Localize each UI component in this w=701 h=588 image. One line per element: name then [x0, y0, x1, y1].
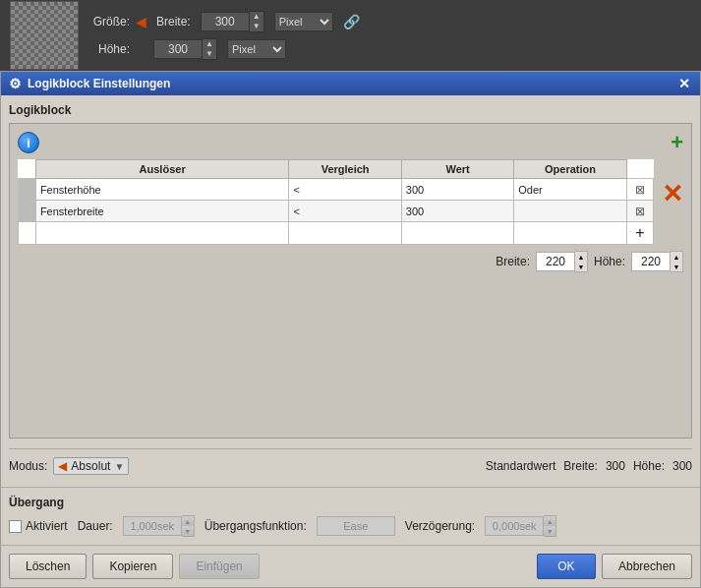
- modus-dropdown-icon: ▼: [114, 461, 124, 472]
- verzoegerung-group: ▲ ▼: [485, 515, 556, 537]
- verzoegerung-input: [485, 516, 544, 536]
- vergleich-cell-2[interactable]: <: [289, 201, 401, 222]
- close-cell-2[interactable]: ⊠: [626, 201, 653, 222]
- dialog-content: Logikblock i + Auslöser Vergleich Wert O…: [1, 95, 700, 487]
- table-container: Auslöser Vergleich Wert Operation Fenste…: [18, 159, 683, 245]
- abbrechen-button[interactable]: Abbrechen: [602, 554, 692, 579]
- aktiviert-wrap: Aktiviert: [9, 519, 68, 533]
- add-condition-icon[interactable]: +: [671, 132, 683, 153]
- size-controls: Größe: ◀ Breite: ▲ ▼ Pixel Prozent 🔗 Höh…: [90, 11, 360, 60]
- hoehe-input[interactable]: [153, 39, 203, 59]
- hoehe-up[interactable]: ▲: [203, 39, 216, 49]
- link-icon-left: ◀: [136, 14, 146, 29]
- dialog-title-text: Logikblock Einstellungen: [28, 77, 170, 90]
- dauer-down: ▼: [182, 526, 194, 536]
- section-label: Logikblock: [9, 103, 692, 117]
- operation-cell-1[interactable]: Oder: [514, 179, 626, 201]
- modus-label: Modus:: [9, 459, 47, 473]
- add-row-wert: [401, 222, 513, 245]
- dauer-group: ▲ ▼: [123, 515, 195, 537]
- close-icon-1[interactable]: ⊠: [635, 183, 645, 197]
- dialog-close-button[interactable]: ✕: [676, 76, 692, 91]
- breite-up[interactable]: ▲: [250, 12, 263, 22]
- uebergangsfunktion-label: Übergangsfunktion:: [204, 519, 307, 533]
- table-row: Fensterhöhe < 300 Oder ⊠: [19, 179, 654, 201]
- wert-cell-2[interactable]: 300: [401, 201, 513, 222]
- standardwert-label: Standardwert: [486, 459, 555, 473]
- bottom-breite-group: ▲ ▼: [536, 251, 588, 272]
- wert-cell-1[interactable]: 300: [401, 179, 513, 201]
- add-row-vergleich: [289, 222, 401, 245]
- hoehe-spinner: ▲ ▼: [203, 38, 217, 60]
- hoehe-label-top: Höhe:: [90, 42, 130, 56]
- bottom-breite-input[interactable]: [536, 252, 575, 271]
- breite-unit-select[interactable]: Pixel Prozent: [274, 12, 333, 31]
- add-row-btn[interactable]: +: [626, 222, 653, 245]
- dauer-spinner: ▲ ▼: [182, 515, 195, 537]
- vergleich-header: Vergleich: [289, 160, 401, 179]
- standardwert-breite-value: 300: [606, 459, 625, 473]
- conditions-table: Auslöser Vergleich Wert Operation Fenste…: [18, 159, 654, 245]
- vergleich-cell-1[interactable]: <: [289, 179, 401, 201]
- ausloeser-cell-1[interactable]: Fensterhöhe: [35, 179, 289, 201]
- verz-up: ▲: [544, 516, 555, 526]
- standardwert-hoehe-label: Höhe:: [633, 459, 665, 473]
- operation-cell-2[interactable]: [514, 201, 626, 222]
- einfuegen-button: Einfügen: [179, 554, 259, 579]
- breite-input-group: ▲ ▼: [201, 11, 264, 32]
- add-row-ausloeser: [35, 222, 289, 245]
- aktiviert-checkbox[interactable]: [9, 520, 22, 533]
- close-cell-1[interactable]: ⊠: [626, 179, 653, 201]
- ausloeser-header: Auslöser: [35, 160, 289, 179]
- modus-value: Absolut: [71, 459, 110, 473]
- info-icon: i: [18, 132, 39, 153]
- top-bar: Größe: ◀ Breite: ▲ ▼ Pixel Prozent 🔗 Höh…: [0, 0, 701, 71]
- row-handle-1: [19, 179, 36, 201]
- dialog-title: ⚙ Logikblock Einstellungen: [9, 76, 170, 91]
- breite-input[interactable]: [201, 12, 250, 31]
- standardwert-breite-label: Breite:: [563, 459, 598, 473]
- footer-row: Löschen Kopieren Einfügen OK Abbrechen: [1, 545, 700, 587]
- hoehe-row: Höhe: ▲ ▼ Pixel Prozent: [90, 38, 360, 60]
- dauer-up: ▲: [182, 516, 194, 526]
- uebergang-label: Übergang: [9, 496, 692, 509]
- bottom-size-row: Breite: ▲ ▼ Höhe: ▲ ▼: [18, 251, 683, 272]
- modus-select[interactable]: ◀ Absolut ▼: [53, 457, 129, 475]
- hoehe-down[interactable]: ▼: [203, 49, 216, 59]
- modus-arrow-icon: ◀: [58, 459, 67, 473]
- bottom-breite-up[interactable]: ▲: [575, 252, 587, 262]
- loeschen-button[interactable]: Löschen: [9, 554, 87, 579]
- add-row: +: [19, 222, 654, 245]
- chain-icon: 🔗: [343, 14, 360, 29]
- bottom-hoehe-up[interactable]: ▲: [671, 252, 682, 262]
- kopieren-button[interactable]: Kopieren: [92, 554, 173, 579]
- modus-row: Modus: ◀ Absolut ▼ Standardwert Breite: …: [9, 453, 692, 479]
- hoehe-unit-select[interactable]: Pixel Prozent: [227, 39, 286, 59]
- hoehe-input-group: ▲ ▼: [153, 38, 217, 60]
- ok-button[interactable]: OK: [537, 554, 596, 579]
- separator-1: [9, 448, 692, 449]
- dialog-title-icon: ⚙: [9, 76, 22, 91]
- ease-input: [317, 516, 395, 536]
- canvas-preview: [10, 1, 79, 70]
- add-row-handle: [19, 222, 36, 245]
- uebergang-section: Übergang Aktiviert Dauer: ▲ ▼ Übergangsf…: [1, 487, 700, 545]
- bottom-hoehe-input[interactable]: [631, 252, 671, 271]
- close-icon-2[interactable]: ⊠: [635, 205, 645, 218]
- breite-label: Breite:: [156, 15, 191, 29]
- delete-all-icon[interactable]: ✕: [662, 179, 683, 209]
- bottom-hoehe-group: ▲ ▼: [631, 251, 683, 272]
- standardwert-group: Standardwert Breite: 300 Höhe: 300: [486, 459, 692, 473]
- add-row-operation: [514, 222, 626, 245]
- standardwert-hoehe-value: 300: [672, 459, 692, 473]
- bottom-hoehe-down[interactable]: ▼: [671, 262, 682, 271]
- breite-down[interactable]: ▼: [250, 22, 263, 31]
- modus-left: Modus: ◀ Absolut ▼: [9, 457, 129, 475]
- dialog-titlebar: ⚙ Logikblock Einstellungen ✕: [1, 72, 700, 95]
- bottom-breite-label: Breite:: [496, 255, 530, 268]
- dauer-input: [123, 516, 182, 536]
- table-row: Fensterbreite < 300 ⊠: [19, 201, 654, 222]
- breite-row: Größe: ◀ Breite: ▲ ▼ Pixel Prozent 🔗: [90, 11, 360, 32]
- bottom-breite-down[interactable]: ▼: [575, 262, 587, 271]
- ausloeser-cell-2[interactable]: Fensterbreite: [35, 201, 289, 222]
